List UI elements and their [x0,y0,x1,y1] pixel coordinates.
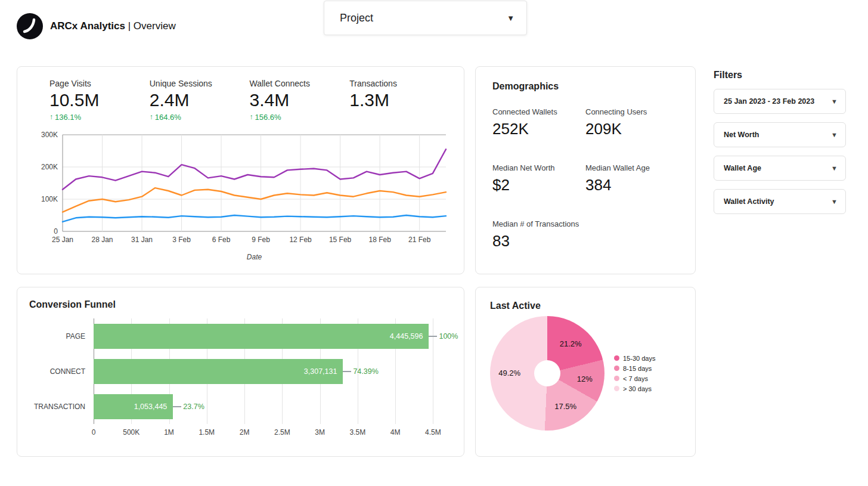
traffic-card: Page Visits 10.5M ↑136.1% Unique Session… [17,66,464,274]
left-column: Page Visits 10.5M ↑136.1% Unique Session… [17,66,464,457]
last-active-title: Last Active [490,301,681,311]
legend-dot-icon [614,355,619,361]
funnel-x-tick: 2.5M [274,428,290,437]
last-active-chart: 21.2%12%17.5%49.2% 15-30 days8-15 days< … [490,316,681,431]
filter-date-range[interactable]: 25 Jan 2023 - 23 Feb 2023 ▼ [714,89,846,114]
funnel-x-tick: 0 [92,428,96,437]
chevron-down-icon: ▼ [831,98,838,105]
funnel-percent-label: 23.7% [173,403,204,411]
funnel-bar-value: 3,307,131 [304,367,343,376]
funnel-bar: 4,445,596 [94,324,429,349]
legend-item: 15-30 days [614,355,655,362]
chevron-down-icon: ▼ [831,198,838,205]
kpi-delta: ↑136.1% [49,113,150,122]
middle-column: Demographics Connected Wallets 252K Conn… [475,66,696,457]
title-separator: | [128,20,131,32]
project-selector[interactable]: Project ▼ [324,1,527,35]
stat-median-transactions: Median # of Transactions 83 [492,219,585,250]
legend-item: < 7 days [614,375,655,382]
dashboard: Page Visits 10.5M ↑136.1% Unique Session… [0,57,868,457]
kpi-delta: ↑164.6% [150,113,250,122]
funnel-category-label: PAGE [29,318,94,354]
funnel-category-label: CONNECT [29,354,94,389]
funnel-category-label: TRANSACTION [29,389,94,424]
svg-text:9 Feb: 9 Feb [252,236,270,244]
stat-median-net-worth: Median Net Worth $2 [492,163,585,194]
funnel-x-tick: 3M [315,428,325,437]
conversion-funnel-chart: PAGECONNECTTRANSACTION 4,445,596100%3,30… [29,318,452,438]
funnel-row: 3,307,13174.39% [94,354,452,389]
kpi-unique-sessions: Unique Sessions 2.4M ↑164.6% [150,79,250,122]
svg-text:21 Feb: 21 Feb [408,236,431,244]
stat-median-wallet-age: Median Wallet Age 384 [585,163,678,194]
last-active-card: Last Active 21.2%12%17.5%49.2% 15-30 day… [475,287,696,457]
increase-arrow-icon: ↑ [150,113,153,121]
svg-text:3 Feb: 3 Feb [172,236,191,244]
stat-connecting-users: Connecting Users 209K [585,107,678,138]
funnel-x-tick: 1.5M [199,428,215,437]
funnel-row: 1,053,44523.7% [94,389,452,424]
legend-dot-icon [614,366,619,371]
donut-slice-label: 21.2% [560,339,582,348]
chevron-down-icon: ▼ [831,165,838,172]
legend-label: > 30 days [623,385,652,392]
arcx-logo-icon [17,13,43,39]
brand-name: ARCx Analytics [50,20,125,32]
donut-slice-label: 49.2% [498,368,520,377]
funnel-percent-label: 100% [429,332,458,340]
stat-connected-wallets: Connected Wallets 252K [492,107,585,138]
traffic-line-chart: 0100K200K300K25 Jan28 Jan31 Jan3 Feb6 Fe… [32,125,451,261]
chevron-down-icon: ▼ [831,131,838,138]
svg-text:0: 0 [54,227,58,236]
filters-panel: Filters 25 Jan 2023 - 23 Feb 2023 ▼ Net … [714,66,846,222]
legend-label: < 7 days [623,375,648,382]
svg-text:28 Jan: 28 Jan [92,236,113,244]
kpi-row: Page Visits 10.5M ↑136.1% Unique Session… [32,79,450,122]
page-name: Overview [134,20,176,32]
svg-text:12 Feb: 12 Feb [289,236,312,244]
demographics-card: Demographics Connected Wallets 252K Conn… [475,66,696,274]
funnel-x-tick: 3.5M [349,428,365,437]
conversion-funnel-card: Conversion Funnel PAGECONNECTTRANSACTION… [17,287,464,457]
svg-text:18 Feb: 18 Feb [368,236,391,244]
funnel-title: Conversion Funnel [29,299,452,310]
kpi-page-visits: Page Visits 10.5M ↑136.1% [49,79,150,122]
legend-label: 8-15 days [623,365,652,372]
svg-text:31 Jan: 31 Jan [131,236,153,244]
increase-arrow-icon: ↑ [250,113,253,121]
svg-text:100K: 100K [41,195,58,203]
donut-legend: 15-30 days8-15 days< 7 days> 30 days [614,352,655,395]
kpi-transactions: Transactions 1.3M ↑ [349,79,450,122]
funnel-x-axis: 0500K1M1.5M2M2.5M3M3.5M4M4.5M [94,424,452,438]
donut-chart: 21.2%12%17.5%49.2% [490,316,604,431]
filters-title: Filters [714,70,846,81]
demographics-stats: Connected Wallets 252K Connecting Users … [492,107,678,250]
funnel-bar-value: 1,053,445 [134,403,173,411]
funnel-x-tick: 4M [390,428,401,437]
page-title: ARCx Analytics | Overview [50,20,176,32]
project-selector-label: Project [340,12,373,24]
funnel-rows: 4,445,596100%3,307,13174.39%1,053,44523.… [94,318,452,424]
svg-text:200K: 200K [41,163,58,171]
legend-dot-icon [614,376,619,381]
filter-wallet-activity[interactable]: Wallet Activity ▼ [714,189,846,214]
increase-arrow-icon: ↑ [49,113,53,121]
funnel-category-labels: PAGECONNECTTRANSACTION [29,318,94,438]
filter-wallet-age[interactable]: Wallet Age ▼ [714,156,846,181]
filter-net-worth[interactable]: Net Worth ▼ [714,122,846,147]
legend-item: 8-15 days [614,365,655,372]
donut-slice-label: 12% [577,374,593,383]
funnel-bar-value: 4,445,596 [390,332,429,340]
funnel-percent-label: 74.39% [343,367,378,376]
svg-text:Date: Date [247,253,262,261]
legend-label: 15-30 days [623,355,655,362]
funnel-x-tick: 500K [123,428,140,437]
svg-text:300K: 300K [41,131,58,139]
funnel-row: 4,445,596100% [94,318,452,354]
legend-dot-icon [614,386,619,391]
legend-item: > 30 days [614,385,655,392]
svg-text:25 Jan: 25 Jan [52,236,73,244]
svg-text:15 Feb: 15 Feb [329,236,352,244]
funnel-bar: 1,053,445 [94,394,173,419]
funnel-x-tick: 1M [164,428,174,437]
